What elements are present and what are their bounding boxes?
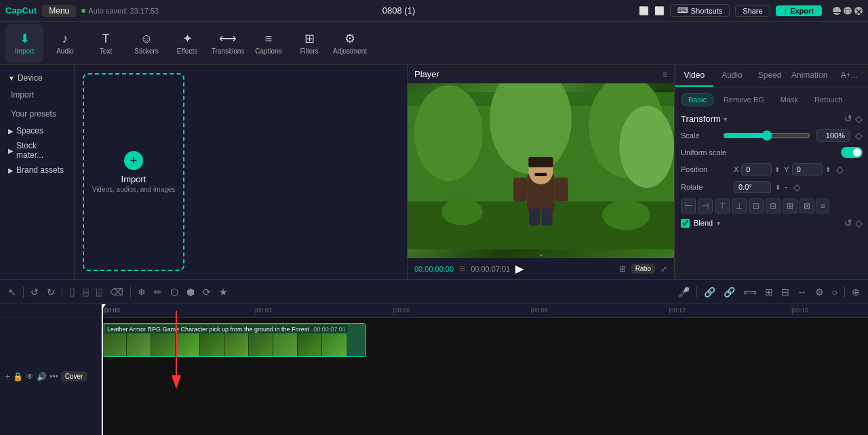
- align-center-h-button[interactable]: ⊣: [698, 199, 713, 213]
- sidebar-item-stock[interactable]: ▶ Stock mater...: [0, 138, 74, 163]
- ratio-button[interactable]: Ratio: [631, 264, 655, 274]
- transform-keyframe-button[interactable]: ◇: [855, 113, 863, 124]
- pos-y-input[interactable]: [792, 163, 823, 175]
- timeline-settings-button[interactable]: ⚙: [812, 285, 827, 299]
- clip-thumb-8: [273, 333, 298, 357]
- close-button[interactable]: ✕: [854, 7, 863, 15]
- tool-audio[interactable]: ♪ Audio: [46, 24, 84, 62]
- freeze-button[interactable]: ❄: [135, 285, 149, 299]
- tool-text[interactable]: T Text: [87, 24, 125, 62]
- timeline-zoom-button[interactable]: ↔: [795, 285, 810, 299]
- import-box[interactable]: + Import Videos, audios, and images: [83, 73, 184, 271]
- transitions-icon: ⟷: [219, 31, 237, 46]
- player-expand-icon[interactable]: ⌄: [538, 249, 545, 258]
- align-right-button[interactable]: ⊤: [715, 199, 730, 213]
- split3-button[interactable]: ⌹: [94, 285, 104, 299]
- transform-reset-button[interactable]: ↺: [844, 113, 852, 124]
- position-keyframe-button[interactable]: ◇: [836, 164, 844, 175]
- split2-button[interactable]: ⌸: [80, 285, 91, 299]
- cover-button[interactable]: Cover: [61, 371, 87, 381]
- crop-button[interactable]: ⬢: [184, 285, 197, 299]
- clip-thumb-6: [224, 333, 249, 357]
- mic-button[interactable]: 🎤: [675, 285, 692, 299]
- blend-keyframe-button[interactable]: ◇: [855, 218, 863, 228]
- maximize-button[interactable]: □: [844, 7, 852, 15]
- tab-audio[interactable]: Audio: [713, 65, 751, 87]
- transform-tool-button[interactable]: ⟳: [200, 285, 214, 299]
- fx-button[interactable]: ★: [216, 285, 231, 299]
- expand-button[interactable]: ⤢: [660, 264, 667, 274]
- sidebar-item-import[interactable]: Import: [3, 86, 71, 104]
- subtab-retouch[interactable]: Retouch: [808, 93, 849, 106]
- subtab-remove-bg[interactable]: Remove BG: [717, 93, 771, 106]
- tool-transitions[interactable]: ⟷ Transitions: [209, 24, 247, 62]
- tool-stickers[interactable]: ☺ Stickers: [127, 24, 165, 62]
- video-clip[interactable]: Leather Armor RPG Game Character pick up…: [102, 323, 366, 357]
- track-audio-button[interactable]: 🔊: [37, 372, 47, 381]
- track-add-button[interactable]: +: [5, 372, 10, 381]
- sidebar-item-brand-assets[interactable]: ▶ Brand assets: [0, 163, 74, 178]
- sidebar-item-presets[interactable]: Your presets: [3, 105, 71, 123]
- track-more-button[interactable]: •••: [50, 372, 58, 381]
- tool-adjustment[interactable]: ⚙ Adjustment: [331, 24, 369, 62]
- tool-effects[interactable]: ✦ Effects: [168, 24, 206, 62]
- timeline-circle-button[interactable]: ○: [829, 285, 840, 299]
- rotate-dash-button[interactable]: -: [785, 182, 788, 192]
- sidebar-item-device[interactable]: ▼ Device: [0, 70, 74, 85]
- uniform-scale-toggle[interactable]: [841, 147, 863, 158]
- pos-x-input[interactable]: [741, 163, 772, 175]
- export-button[interactable]: ↑ Export: [776, 5, 822, 16]
- align-distribute-v[interactable]: ⊠: [800, 199, 814, 213]
- share-button[interactable]: Share: [735, 5, 770, 17]
- timeline-link-button[interactable]: 🔗: [701, 285, 718, 299]
- rotate-input[interactable]: [734, 181, 771, 193]
- align-top-button[interactable]: ⊥: [732, 199, 747, 213]
- tool-captions[interactable]: ≡ Captions: [250, 24, 288, 62]
- scale-slider[interactable]: [723, 130, 810, 141]
- menu-button[interactable]: Menu: [42, 5, 76, 17]
- undo-button[interactable]: ↺: [28, 285, 41, 299]
- align-distribute-eq[interactable]: ≡: [816, 199, 829, 213]
- align-center-v-button[interactable]: ⊡: [749, 199, 764, 213]
- tool-filters[interactable]: ⊞ Filters: [290, 24, 328, 62]
- track-lock-button[interactable]: 🔒: [13, 372, 23, 381]
- tab-speed[interactable]: Speed: [751, 65, 789, 87]
- tool-import[interactable]: ⬇ Import: [5, 24, 43, 62]
- player-menu-icon[interactable]: ≡: [663, 70, 667, 79]
- timeline-link2-button[interactable]: 🔗: [721, 285, 738, 299]
- tab-video[interactable]: Video: [675, 65, 713, 87]
- play-button[interactable]: ▶: [515, 262, 524, 275]
- clip-duration: 00:00:07:01: [313, 326, 346, 333]
- subtab-mask[interactable]: Mask: [774, 93, 805, 106]
- timeline-swap-button[interactable]: ⟺: [741, 285, 760, 299]
- fullscreen-button[interactable]: ⊞: [619, 264, 626, 274]
- blend-reset-button[interactable]: ↺: [844, 218, 852, 228]
- minimize-button[interactable]: —: [833, 7, 841, 15]
- scale-keyframe-button[interactable]: ◇: [855, 130, 863, 141]
- align-distribute-h[interactable]: ⊞: [783, 199, 797, 213]
- rotate-keyframe-button[interactable]: ◇: [793, 182, 801, 192]
- player-title: Player: [414, 69, 439, 79]
- effects-icon: ✦: [182, 31, 193, 46]
- timeline-zoom-fit-button[interactable]: ⊕: [849, 285, 863, 299]
- select-tool-button[interactable]: ↖: [5, 285, 19, 299]
- subtab-basic[interactable]: Basic: [681, 93, 714, 106]
- shortcuts-button[interactable]: ⌨ Shortcuts: [670, 4, 730, 17]
- tab-adjust[interactable]: A+...: [830, 65, 868, 87]
- delete-button[interactable]: ⌫: [107, 285, 126, 299]
- stabilize-button[interactable]: ⬡: [167, 285, 181, 299]
- scale-value[interactable]: [816, 129, 850, 142]
- timeline-remove-button[interactable]: ⊟: [778, 285, 792, 299]
- redo-button[interactable]: ↻: [44, 285, 58, 299]
- track-visible-button[interactable]: 👁: [26, 372, 34, 381]
- tab-animation[interactable]: Animation: [789, 65, 830, 87]
- align-left-button[interactable]: ⊢: [681, 199, 696, 213]
- pen-button[interactable]: ✏: [151, 285, 165, 299]
- sidebar-item-spaces[interactable]: ▶ Spaces: [0, 123, 74, 138]
- svg-rect-13: [529, 208, 540, 225]
- split-button[interactable]: ⌷: [66, 285, 77, 299]
- align-bottom-button[interactable]: ⊟: [766, 199, 781, 213]
- timeline-add-button[interactable]: ⊞: [762, 285, 776, 299]
- blend-checkbox[interactable]: [681, 219, 690, 228]
- svg-rect-11: [513, 178, 527, 201]
